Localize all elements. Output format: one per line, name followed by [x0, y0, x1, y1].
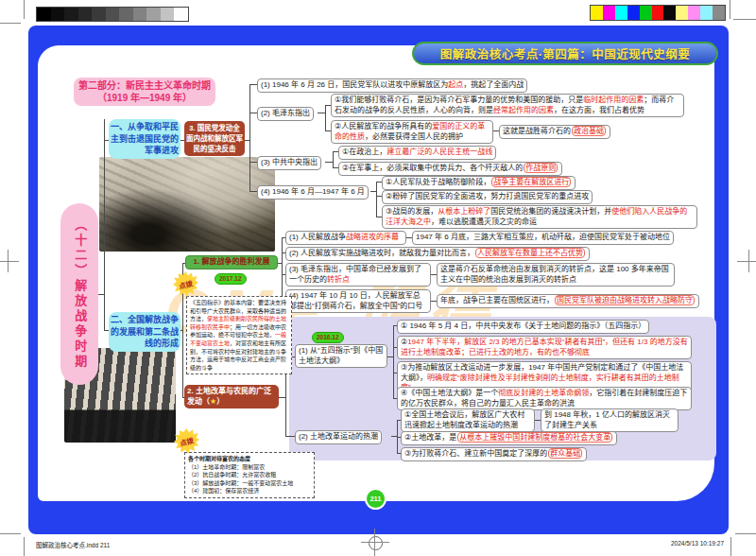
page-number-badge: 211	[365, 488, 387, 510]
note-lines: （1）土地革命时期：限制富农（2）抗日战争时期：允许富农收租（3）解放战争时期：…	[188, 463, 311, 495]
crop-mark	[735, 533, 756, 534]
connector	[285, 436, 295, 437]
connector	[249, 191, 257, 192]
registration-mark	[374, 529, 375, 556]
color-calibration-bar	[590, 5, 726, 21]
footer-timestamp: 2024/5/13 10:19:27	[671, 540, 724, 547]
part-title: 第二部分：新民主主义革命时期 （1919 年—1949 年）	[74, 78, 215, 106]
item-c2-3: ③为打败蒋介石、建立新中国奠定了深厚的群众基础	[401, 447, 587, 461]
item-c2-2: ②土地改革，是从根本上摧毁中国封建制度根基的社会大变革	[401, 431, 617, 445]
tip-badge-label: 点拨	[178, 277, 194, 290]
connector	[282, 237, 283, 301]
item-a2-label: (2) 毛泽东指出	[257, 107, 314, 121]
item-a3-2: ②在军事上，必须采取集中优势兵力、各个歼灭敌人的作战原则	[338, 162, 562, 176]
connector	[249, 84, 250, 191]
item-a2-2-note: 这就是战胜蒋介石的政治基础	[499, 125, 610, 139]
item-b2: (2) 人民解放军实施战略进攻时，就敌我力量对比而言，人民解放军在数量上还不占优…	[285, 247, 590, 261]
connector	[376, 182, 377, 217]
item-b4: (4) 1947 年 10 月 10 日，人民解放军总部提出“打倒蒋介石，解放全…	[285, 289, 431, 313]
connector	[393, 325, 394, 398]
section-2-label: 2. 土地改革与农民的广泛发动（★）	[184, 385, 279, 408]
crop-mark	[24, 537, 25, 556]
item-a4-label: (4) 1946 年 6 月—1947 年 6 月	[257, 185, 369, 200]
item-a4-2: ②粉碎了国民党军的全面进攻，努力打退国民党军的重点进攻	[382, 190, 593, 204]
registration-mark	[748, 250, 749, 272]
item-c2-1-note: 到 1948 年秋，1 亿人口的解放区消灭了封建生产关系	[541, 408, 679, 432]
connector	[104, 119, 105, 330]
connector	[325, 105, 326, 130]
connector	[325, 162, 333, 163]
item-c1-label: (1) 从“五四指示”到《中国土地法大纲》	[295, 344, 387, 368]
footer-file-label: 图解政治核心考点.indd 211	[36, 540, 110, 549]
wusi-directive-note: 《五四指示》的基本内容：要坚决支持和引导广大农民群众，采取各种适当的方法，使地主…	[186, 296, 292, 374]
crop-mark	[730, 0, 730, 19]
connector	[318, 113, 325, 113]
crop-mark	[24, 0, 25, 19]
note-title: 各个时期对待富农的态度	[188, 455, 311, 463]
item-a2-2: ②人民解放军的战争所具有的爱国的正义的革命的性质，必然要获得全国人民的拥护	[331, 120, 493, 144]
crop-mark	[730, 537, 731, 556]
item-b1: (1) 人民解放战争战略进攻的序幕	[285, 231, 406, 245]
item-c2-1: ①全国土地会议后，解放区广大农村迅速掀起土地制度改革运动的热潮	[401, 408, 535, 432]
rich-peasant-policy-note: 各个时期对待富农的态度 （1）土地革命时期：限制富农（2）抗日战争时期：允许富农…	[184, 452, 315, 498]
item-a3-1: ①在政治上，建立最广泛的人民民主统一战线	[338, 146, 496, 160]
registration-mark	[737, 261, 756, 262]
connector	[249, 113, 257, 113]
item-a1: (1) 1946 年 6 月 26 日，国民党军队以进攻中原解放区为起点，挑起了…	[257, 78, 527, 93]
branch-1: 一、从争取和平民主到击退国民党的军事进攻	[109, 119, 180, 159]
exam-year-tag-2016: 2016.12	[312, 332, 344, 343]
registration-mark	[8, 250, 9, 272]
item-c1-1: ① 1946 年 5 月 4 日，中共中央发布《关于土地问题的指示》（五四指示）	[397, 320, 649, 334]
crop-mark	[0, 533, 21, 534]
registration-mark	[0, 261, 19, 262]
crop-mark	[733, 19, 756, 20]
registration-mark	[361, 542, 389, 543]
grayscale-calibration-bar	[36, 7, 189, 22]
item-c1-2: ②1947 年下半年，解放区 2/3 的地方已基本实现“耕者有其田”，但还有 1…	[397, 336, 692, 359]
connector	[249, 162, 257, 163]
item-a4-1: ①人民军队处于战略防御阶段，战争主要在解放区进行	[382, 176, 576, 190]
section-1-label: 1. 解放战争的胜利发展	[185, 255, 278, 269]
item-a4-3: ③战局的发展，从根本上粉碎了国民党统治集团的速战速决计划，并使他们陷入人民战争的…	[382, 205, 697, 229]
item-b3-note: 这是蒋介石反革命统治由发展到消灭的转折点，这是 100 多年来帝国主义在中国的统…	[437, 263, 675, 287]
chapter-header-ribbon: 图解政治核心考点·第四篇：中国近现代史纲要	[412, 42, 718, 65]
item-a3-label: (3) 中共中央指出	[257, 156, 321, 170]
item-b3: (3) 毛泽东指出，中国革命已经发展到了一个历史的转折点	[285, 263, 431, 287]
exam-year-tag-2017: 2017.12	[215, 273, 247, 285]
registration-target-icon	[369, 536, 383, 550]
item-c2-label: (2) 土地改革运动的热潮	[295, 430, 382, 444]
connector	[249, 84, 257, 85]
connector	[279, 397, 285, 398]
topic-bubble: （十二）解放战争时期	[60, 203, 98, 385]
chapter-header-title: 图解政治核心考点·第四篇：中国近现代史纲要	[414, 43, 716, 63]
crop-mark	[0, 23, 21, 24]
item-b1-note: 1947 年 6 月底，三路大军相互策应，机动歼敌，迫使国民党军处于被动地位	[412, 231, 674, 245]
connector	[333, 151, 334, 167]
item-c1-4: ④《中国土地法大纲》是一个彻底反封建的土地革命纲领，它指引着在封建制度压迫下的亿…	[397, 387, 692, 410]
branch-2: 二、全国解放战争的发展和第二条战线的形成	[109, 312, 180, 352]
item-a2-1: ①我们能够打败蒋介石，是因为蒋介石军事力量的优势和美国的援助，只是临时起作用的因…	[331, 94, 684, 117]
branch-1-sub-3: 3. 国民党发动全面内战和解放区军民的坚决反击	[184, 121, 245, 156]
tip-badge-label: 点拨	[179, 434, 195, 447]
item-b4-note: 年底，战争已主要在国统区进行，国民党军队被迫由战略进攻转入战略防守	[437, 294, 699, 308]
